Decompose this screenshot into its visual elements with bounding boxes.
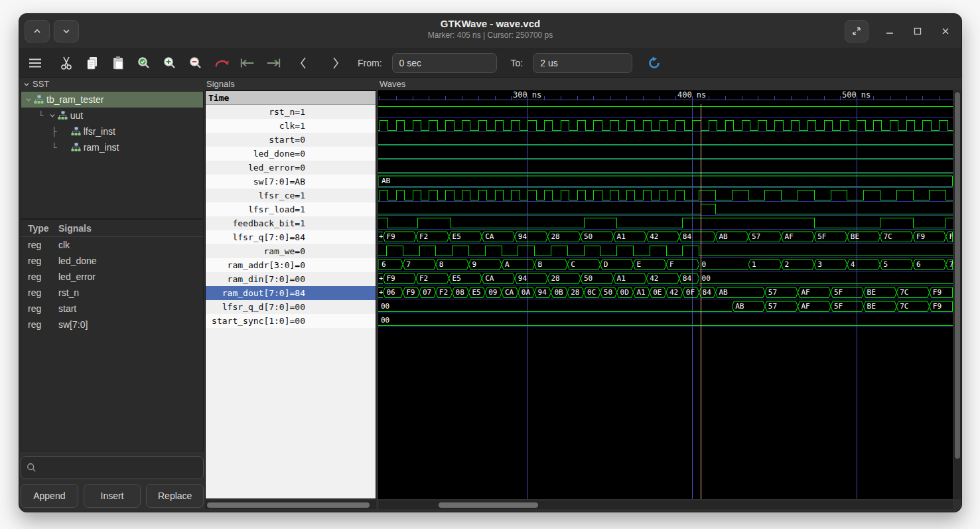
from-input[interactable]	[392, 53, 497, 73]
replace-button[interactable]: Replace	[146, 484, 204, 508]
tree-item-lfsr_inst[interactable]: ├ lfsr_inst	[21, 123, 203, 139]
zoom-undo-button[interactable]	[214, 55, 230, 71]
svg-text:0: 0	[702, 260, 707, 269]
svg-text:42: 42	[650, 232, 658, 241]
wave-canvas[interactable]: 300ns400ns500nsAB+F9F2E5CA942850A14284AB…	[378, 90, 953, 499]
signal-row-ram_dout70[interactable]: ram_dout[7:0]=84	[206, 286, 376, 300]
zoom-fit-button[interactable]	[136, 55, 152, 71]
move-signal-down-button[interactable]	[54, 20, 79, 42]
table-row[interactable]: regsw[7:0]	[21, 317, 203, 333]
signal-row-ram_din70[interactable]: ram_din[7:0]=00	[206, 272, 376, 286]
waves-vscrollbar[interactable]	[953, 90, 961, 499]
move-signal-up-button[interactable]	[25, 20, 50, 42]
svg-text:AF: AF	[801, 288, 809, 297]
hamburger-icon	[29, 58, 42, 68]
module-icon	[71, 143, 81, 152]
svg-text:28: 28	[571, 288, 579, 297]
zoom-out-button[interactable]	[188, 55, 204, 71]
paste-icon	[111, 56, 125, 70]
time-row[interactable]: Time	[206, 91, 376, 105]
zoom-in-button[interactable]	[162, 55, 178, 71]
next-edge-button[interactable]	[328, 55, 344, 71]
svg-text:84: 84	[703, 288, 712, 297]
svg-text:A1: A1	[617, 274, 626, 283]
sst-header[interactable]: SST	[23, 79, 49, 89]
svg-text:CA: CA	[485, 232, 494, 241]
waves-hscrollbar[interactable]	[379, 500, 953, 509]
tree-item-ram_inst[interactable]: └ ram_inst	[21, 139, 203, 155]
signal-name: start	[58, 303, 203, 314]
signal-row-start[interactable]: start=0	[206, 133, 376, 147]
signal-row-start_sync10[interactable]: start_sync[1:0]=00	[206, 314, 376, 328]
waves-vscroll-thumb[interactable]	[955, 92, 960, 459]
signal-name: rst_n	[58, 287, 203, 298]
module-icon	[58, 111, 68, 120]
table-row[interactable]: regrst_n	[21, 285, 203, 301]
minimize-button[interactable]	[883, 25, 896, 38]
to-input[interactable]	[533, 53, 632, 73]
svg-text:00: 00	[381, 316, 389, 325]
svg-text:00: 00	[381, 302, 389, 311]
svg-text:A1: A1	[636, 288, 645, 297]
signal-row-feedback_bit[interactable]: feedback_bit=1	[206, 216, 376, 230]
svg-text:0E: 0E	[653, 288, 662, 297]
append-button[interactable]: Append	[21, 484, 78, 508]
waves-hscroll-thumb[interactable]	[439, 502, 538, 508]
copy-button[interactable]	[84, 55, 100, 71]
tree-item-label: tb_ram_tester	[46, 94, 104, 105]
svg-text:50: 50	[584, 274, 593, 283]
svg-text:C: C	[571, 260, 575, 269]
tree-item-tb_ram_tester[interactable]: tb_ram_tester	[21, 92, 203, 108]
fullscreen-button[interactable]	[845, 20, 869, 42]
svg-text:400: 400	[677, 90, 692, 100]
cut-button[interactable]	[58, 55, 74, 71]
from-label: From:	[358, 58, 382, 68]
signal-row-led_error[interactable]: led_error=0	[206, 161, 376, 175]
maximize-button[interactable]	[911, 25, 924, 38]
signal-row-sw70[interactable]: sw[7:0]=AB	[206, 175, 376, 189]
menu-button[interactable]	[27, 55, 43, 71]
svg-text:57: 57	[768, 288, 777, 297]
signals-hscrollbar[interactable]	[205, 500, 376, 509]
go-to-start-button[interactable]	[240, 55, 255, 71]
signal-row-rst_n[interactable]: rst_n=1	[206, 105, 376, 119]
signals-hscroll-thumb[interactable]	[207, 502, 370, 508]
close-button[interactable]	[939, 25, 952, 38]
svg-text:F9: F9	[933, 302, 942, 311]
svg-text:7C: 7C	[883, 232, 892, 241]
signal-row-ram_addr30[interactable]: ram_addr[3:0]=0	[206, 258, 376, 272]
signal-row-lfsr_ce[interactable]: lfsr_ce=1	[206, 189, 376, 202]
search-input[interactable]	[40, 463, 203, 473]
insert-button[interactable]: Insert	[84, 484, 141, 508]
paste-button[interactable]	[110, 55, 126, 71]
signal-search	[21, 456, 204, 479]
sidebar-buttons: Append Insert Replace	[21, 484, 204, 508]
signal-row-clk[interactable]: clk=1	[206, 119, 376, 133]
svg-text:F9: F9	[386, 232, 395, 241]
table-row[interactable]: regled_error	[21, 269, 203, 285]
svg-text:94: 94	[538, 288, 547, 297]
signal-row-lfsr_load[interactable]: lfsr_load=1	[206, 202, 376, 216]
svg-text:300: 300	[513, 90, 527, 100]
scissors-icon	[60, 56, 73, 70]
signal-row-lfsr_q_d70[interactable]: lfsr_q_d[7:0]=00	[206, 300, 376, 314]
table-row[interactable]: regstart	[21, 301, 203, 317]
table-row[interactable]: regled_done	[21, 253, 203, 269]
signal-type: reg	[21, 303, 58, 314]
tree-item-uut[interactable]: └ uut	[21, 108, 203, 123]
arrow-to-right-bar-icon	[265, 58, 281, 68]
signal-type: reg	[21, 287, 58, 298]
waves-panel: Waves 300ns400ns500nsAB+F9F2E5CA942850A1…	[378, 78, 961, 512]
prev-edge-button[interactable]	[295, 55, 311, 71]
reload-button[interactable]	[646, 55, 662, 71]
type-column-header: Type	[21, 223, 58, 234]
svg-text:94: 94	[518, 274, 527, 283]
svg-text:7C: 7C	[900, 302, 908, 311]
signal-row-ram_we[interactable]: ram_we=0	[206, 244, 376, 258]
signal-type: reg	[21, 271, 58, 282]
main-content: SST tb_ram_tester└ uut├ lfsr_inst└ ram_i…	[19, 78, 961, 512]
signal-row-lfsr_q70[interactable]: lfsr_q[7:0]=84	[206, 230, 376, 244]
signal-row-led_done[interactable]: led_done=0	[206, 147, 376, 161]
go-to-end-button[interactable]	[265, 55, 281, 71]
table-row[interactable]: regclk	[21, 237, 203, 253]
